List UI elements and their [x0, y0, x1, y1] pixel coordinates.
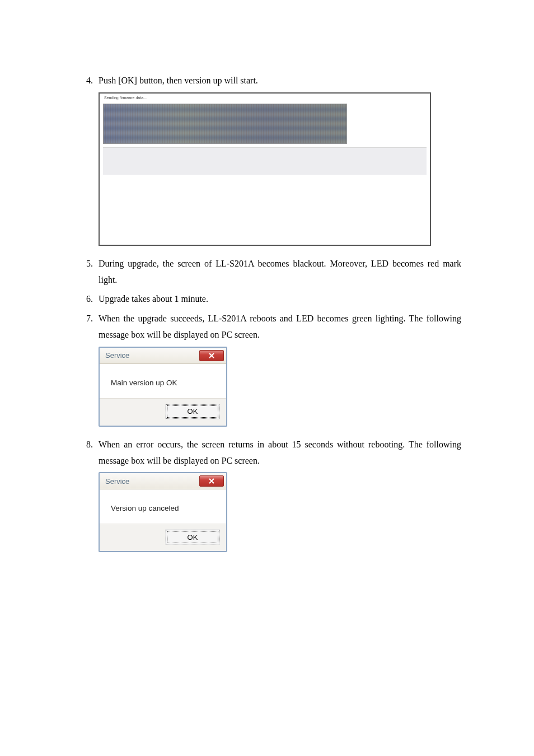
step-4-num: 4.	[73, 73, 99, 89]
dialog-success: Service Main version up OK OK	[99, 347, 461, 427]
ok-button[interactable]: OK	[166, 404, 219, 419]
step-7: 7. When the upgrade succeeds, LL-S201A r…	[73, 311, 461, 343]
dialog-cancel-title: Service	[105, 477, 129, 486]
ok-button[interactable]: OK	[166, 530, 219, 544]
dialog-cancel-message: Version up canceled	[100, 489, 226, 524]
dialog-success-window: Service Main version up OK OK	[99, 347, 227, 427]
dialog-cancel-footer: OK	[100, 524, 226, 551]
step-5: 5. During upgrade, the screen of LL-S201…	[73, 256, 461, 288]
dialog-cancel-window: Service Version up canceled OK	[99, 472, 227, 552]
dialog-success-title: Service	[105, 351, 129, 360]
figure-caption: Sending firmware data...	[104, 96, 147, 100]
step-6-text: Upgrade takes about 1 minute.	[99, 291, 461, 307]
close-button[interactable]	[199, 475, 224, 487]
close-icon	[209, 351, 214, 361]
firmware-sending-figure: Sending firmware data...	[99, 92, 461, 246]
dialog-success-message: Main version up OK	[100, 364, 226, 398]
close-button[interactable]	[199, 350, 224, 361]
step-6-num: 6.	[73, 291, 99, 307]
step-5-num: 5.	[73, 256, 99, 272]
dialog-cancel: Service Version up canceled OK	[99, 472, 461, 552]
dialog-cancel-titlebar: Service	[100, 473, 226, 489]
step-8: 8. When an error occurs, the screen retu…	[73, 437, 461, 469]
figure-noisy-area	[103, 104, 347, 144]
dialog-success-footer: OK	[100, 398, 226, 426]
step-7-num: 7.	[73, 311, 99, 327]
step-6: 6. Upgrade takes about 1 minute.	[73, 291, 461, 307]
step-8-text: When an error occurs, the screen returns…	[99, 437, 461, 469]
close-icon	[209, 476, 214, 486]
step-4: 4. Push [OK] button, then version up wil…	[73, 73, 461, 89]
dialog-success-titlebar: Service	[100, 348, 226, 364]
figure-frame: Sending firmware data...	[99, 92, 431, 246]
step-8-num: 8.	[73, 437, 99, 453]
step-5-text: During upgrade, the screen of LL-S201A b…	[99, 256, 461, 288]
step-4-text: Push [OK] button, then version up will s…	[99, 73, 461, 89]
step-7-text: When the upgrade succeeds, LL-S201A rebo…	[99, 311, 461, 343]
figure-lower-panel	[103, 147, 427, 175]
